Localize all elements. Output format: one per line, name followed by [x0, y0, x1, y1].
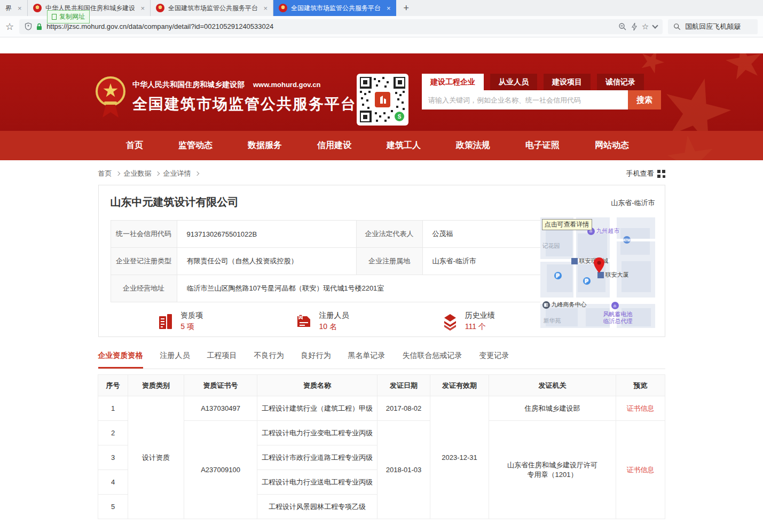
cert-no: A237009100 — [184, 421, 257, 519]
search-tab-project[interactable]: 建设项目 — [544, 74, 591, 90]
reg-type-label: 企业登记注册类型 — [111, 248, 177, 275]
ministry-name: 中华人民共和国住房和城乡建设部 — [132, 80, 245, 90]
reg-region-label: 企业注册属地 — [357, 248, 423, 275]
url-text[interactable]: https://jzsc.mohurd.gov.cn/data/company/… — [46, 22, 614, 30]
quick-search-box[interactable]: 国航回应飞机颠簸 — [668, 19, 758, 34]
tab-close-icon[interactable]: × — [18, 4, 22, 12]
tab-close-icon[interactable]: × — [140, 4, 145, 12]
search-tab-enterprise[interactable]: 建设工程企业 — [422, 74, 484, 90]
search-tab-personnel[interactable]: 从业人员 — [490, 74, 537, 90]
nav-item-policy[interactable]: 政策法规 — [456, 140, 490, 151]
search-tab-credit[interactable]: 诚信记录 — [597, 74, 644, 90]
location-map[interactable]: 点击可查看详情 ⌂ 九州超市 ATM 记花园 联安现代城 P P 联安大厦 ◧ — [540, 217, 655, 328]
detail-tabs: 企业资质资格 注册人员 工程项目 不良行为 良好行为 黑名单记录 失信联合惩戒记… — [98, 351, 665, 369]
nav-item-data-service[interactable]: 数据服务 — [248, 140, 282, 151]
table-header-row: 序号 资质类别 资质证书号 资质名称 发证日期 发证有效期 发证机关 预览 — [98, 375, 665, 396]
row-no: 4 — [98, 470, 128, 495]
decor-star-icon — [664, 132, 718, 160]
company-info-table: 统一社会信用代码 91371302675501022B 企业法定代表人 公茂福 … — [111, 220, 541, 302]
breadcrumb-company-detail[interactable]: 企业详情 — [163, 169, 191, 178]
table-row: 1 设计资质 A137030497 工程设计建筑行业（建筑工程）甲级 2017-… — [98, 396, 665, 421]
tab-dishonesty[interactable]: 失信联合惩戒记录 — [403, 351, 462, 369]
breadcrumb-home[interactable]: 首页 — [98, 169, 112, 178]
nav-item-credit[interactable]: 信用建设 — [317, 140, 351, 151]
breadcrumb-separator-icon — [194, 171, 199, 176]
map-poi-jiufeng: ◧ 九峰商务中心 — [542, 301, 587, 309]
shield-icon[interactable] — [25, 22, 32, 30]
emblem-favicon-icon — [279, 4, 287, 12]
tab-registered-personnel[interactable]: 注册人员 — [160, 351, 190, 369]
col-issue-date: 发证日期 — [377, 375, 430, 396]
company-stats: 资质项 5 项 注册人员 10 名 历史业绩 — [111, 311, 541, 332]
flash-icon[interactable] — [631, 22, 638, 31]
main-nav: 首页 监管动态 数据服务 信用建设 建筑工人 政策法规 电子证照 网站动态 — [0, 131, 763, 160]
map-poi-supermarket: ⌂ 九州超市 — [587, 227, 620, 235]
browser-tab-bar: 界 × 中华人民共和国住房和城乡建设 × 全国建筑市场监管公共服务平台 × 全国… — [0, 0, 763, 16]
keyword-search-input[interactable] — [422, 90, 628, 109]
browser-tab-partial[interactable]: 界 × — [0, 0, 28, 16]
address-value: 临沂市兰山区陶然路107号星河晶都（联安）现代城1号楼2201室 — [177, 275, 541, 302]
ministry-site: www.mohurd.gov.cn — [253, 81, 320, 89]
bookmark-star-icon[interactable]: ☆ — [5, 21, 14, 33]
stat-label: 资质项 — [180, 311, 203, 320]
tab-changes[interactable]: 变更记录 — [479, 351, 509, 369]
office-icon: ◧ — [542, 301, 550, 309]
qualification-table: 序号 资质类别 资质证书号 资质名称 发证日期 发证有效期 发证机关 预览 1 … — [98, 374, 665, 519]
breadcrumb-separator-icon — [115, 171, 120, 176]
browser-tab-jzsc-active[interactable]: 全国建筑市场监管公共服务平台 × — [273, 0, 396, 16]
col-preview: 预览 — [616, 375, 665, 396]
mobile-view-label[interactable]: 手机查看 — [626, 169, 654, 178]
breadcrumb: 首页 企业数据 企业详情 手机查看 — [98, 169, 665, 178]
stat-label: 注册人员 — [319, 311, 349, 320]
nav-item-workers[interactable]: 建筑工人 — [387, 140, 421, 151]
zoom-out-icon[interactable] — [618, 22, 627, 31]
new-tab-button[interactable]: + — [396, 0, 417, 16]
certificate-info-link[interactable]: 证书信息 — [627, 404, 655, 412]
address-label: 企业经营地址 — [111, 275, 177, 302]
col-validity: 发证有效期 — [430, 375, 489, 396]
nav-item-supervision[interactable]: 监管动态 — [178, 140, 213, 151]
site-brand[interactable]: 中华人民共和国住房和城乡建设部 www.mohurd.gov.cn 全国建筑市场… — [95, 74, 357, 121]
col-no: 序号 — [98, 375, 128, 396]
company-card: 山东中元建筑设计有限公司 山东省-临沂市 统一社会信用代码 9137130267… — [98, 185, 665, 337]
stat-registered-personnel[interactable]: 注册人员 10 名 — [294, 311, 349, 332]
nav-item-home[interactable]: 首页 — [126, 140, 143, 151]
tab-qualifications[interactable]: 企业资质资格 — [98, 351, 143, 369]
tab-projects[interactable]: 工程项目 — [207, 351, 237, 369]
reg-region-value: 山东省-临沂市 — [423, 248, 541, 275]
favorite-star-icon[interactable]: ☆ — [642, 22, 649, 32]
tab-close-icon[interactable]: × — [387, 4, 391, 12]
qual-name: 工程设计建筑行业（建筑工程）甲级 — [257, 396, 377, 421]
issue-date: 2018-01-03 — [377, 421, 430, 519]
stat-value: 5 项 — [180, 322, 203, 332]
qual-name: 工程设计电力行业送电工程专业丙级 — [257, 470, 377, 495]
map-poi-atm: ATM — [623, 236, 631, 244]
tab-title: 界 — [5, 4, 12, 13]
decor-star-icon — [722, 53, 763, 84]
certificate-info-link[interactable]: 证书信息 — [627, 466, 655, 474]
layers-icon — [441, 312, 460, 331]
mobile-qr-icon[interactable] — [657, 170, 665, 178]
tab-close-icon[interactable]: × — [263, 4, 268, 12]
tab-good-behavior[interactable]: 良好行为 — [301, 351, 331, 369]
tab-bad-behavior[interactable]: 不良行为 — [254, 351, 284, 369]
map-label-garden: 记花园 — [542, 242, 560, 250]
reg-type-value: 有限责任公司（自然人投资或控股） — [177, 248, 357, 275]
nav-item-site-news[interactable]: 网站动态 — [595, 140, 629, 151]
browser-tab-jzsc-1[interactable]: 全国建筑市场监管公共服务平台 × — [151, 0, 273, 16]
breadcrumb-company-data[interactable]: 企业数据 — [124, 169, 152, 178]
map-label-fengfan-2: 临沂总代理 — [603, 317, 633, 325]
address-bar[interactable]: https://jzsc.mohurd.gov.cn/data/company/… — [19, 19, 663, 34]
stat-qualifications[interactable]: 资质项 5 项 — [156, 311, 203, 332]
search-icon — [673, 23, 681, 30]
copy-url-tooltip[interactable]: 复制网址 — [47, 10, 90, 24]
chevron-down-icon[interactable] — [652, 22, 658, 28]
search-button[interactable]: 搜索 — [628, 90, 661, 109]
nav-item-ecert[interactable]: 电子证照 — [525, 140, 560, 151]
breadcrumb-separator-icon — [155, 171, 159, 176]
map-poi-parking-2: P — [583, 277, 591, 285]
parking-icon: P — [583, 277, 591, 285]
tab-blacklist[interactable]: 黑名单记录 — [348, 351, 386, 369]
emblem-favicon-icon — [33, 4, 42, 12]
stat-history[interactable]: 历史业绩 111 个 — [441, 311, 495, 332]
